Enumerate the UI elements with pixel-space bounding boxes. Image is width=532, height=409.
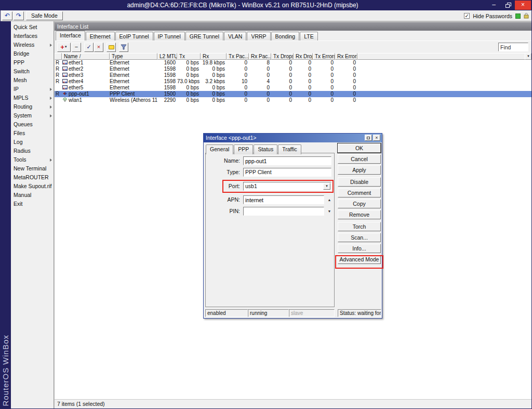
tab-ppp[interactable]: PPP [234,144,253,154]
find-input[interactable] [498,43,528,51]
table-row[interactable]: R ether2 Ethernet 1598 0 bps 0 bps 0 0 0… [55,66,531,72]
sidebar-item-tools[interactable]: Tools [11,155,54,164]
sidebar-menu: Quick Set Interfaces Wireless Bridge PPP… [11,21,54,408]
sidebar-item-exit[interactable]: Exit [11,200,54,208]
undo-button[interactable]: ↶ [2,11,12,20]
arrow-down-icon[interactable]: ▼ [326,208,332,215]
enable-button[interactable]: ✓ [84,43,94,52]
info-button[interactable]: Info... [338,244,381,253]
comment-button[interactable]: Comment [338,188,381,197]
advanced-mode-button[interactable]: Advanced Mode [338,255,381,264]
tab-gre-tunnel[interactable]: GRE Tunnel [185,32,223,41]
sidebar-item-mesh[interactable]: Mesh [11,76,54,85]
cancel-button[interactable]: Cancel [338,154,381,164]
sidebar-item-files[interactable]: Files [11,129,54,138]
pin-button[interactable] [365,135,372,141]
tab-bonding[interactable]: Bonding [271,32,300,41]
disable-button[interactable]: Disable [338,177,381,187]
pin-icon [367,137,370,139]
comment-button[interactable] [107,43,116,52]
column-name[interactable]: Name/ [62,53,110,60]
apn-field[interactable] [243,195,324,204]
tab-ethernet[interactable]: Ethernet [86,32,115,41]
column-tx[interactable]: Tx [177,53,201,60]
tab-lte[interactable]: LTE [300,32,317,41]
column-rx-packet[interactable]: Rx Pac... [249,53,271,60]
dialog-titlebar[interactable]: Interface <ppp-out1> × [204,134,382,142]
hide-passwords-checkbox[interactable]: ✓ [464,13,470,19]
table-row[interactable]: R ether4 Ethernet 1598 73.0 kbps 3.2 kbp… [55,78,531,85]
sidebar-item-wireless[interactable]: Wireless [11,41,54,49]
column-tx-errors[interactable]: Tx Errors [313,53,335,60]
main-toolbar: ↶ ↷ Safe Mode ✓ Hide Passwords [1,10,531,21]
table-row[interactable]: R ether1 Ethernet 1600 0 bps 19.8 kbps 0… [55,60,531,66]
port-combobox[interactable]: usb1 ▼ [243,182,331,191]
sidebar-item-quick-set[interactable]: Quick Set [11,23,54,32]
redo-button[interactable]: ↷ [14,11,24,20]
sidebar-item-ppp[interactable]: PPP [11,58,54,67]
table-row-selected[interactable]: R ppp-out1 PPP Client 1500 0 bps 0 bps 0… [55,91,531,97]
column-select-dropdown[interactable]: ▼ [525,53,531,60]
sidebar-item-radius[interactable]: Radius [11,147,54,155]
sidebar-item-make-supout[interactable]: Make Supout.rif [11,182,54,191]
ethernet-icon [62,60,68,66]
tab-vrrp[interactable]: VRRP [247,32,270,41]
column-l2mtu[interactable]: L2 MTU [157,53,177,60]
comment-note-icon [109,45,114,49]
name-field[interactable] [243,156,331,165]
close-button[interactable]: × [515,1,531,10]
column-rx-drops[interactable]: Rx Drops [294,53,313,60]
tab-interface[interactable]: Interface [56,31,85,41]
table-row[interactable]: ether5 Ethernet 1598 0 bps 0 bps 0 0 0 0… [55,85,531,91]
enabled-status: enabled [205,309,248,317]
sidebar-item-system[interactable]: System [11,111,54,120]
sidebar-item-manual[interactable]: Manual [11,191,54,200]
disable-button[interactable]: × [94,43,103,52]
column-tx-packet[interactable]: Tx Pac... [227,53,249,60]
torch-button[interactable]: Torch [338,222,381,231]
chevron-down-icon[interactable]: ▼ [323,183,330,190]
tab-vlan[interactable]: VLAN [224,32,246,41]
add-interface-button[interactable]: +▼ [57,43,71,52]
table-row[interactable]: R ether3 Ethernet 1598 0 bps 0 bps 0 0 0… [55,72,531,78]
ok-button[interactable]: OK [338,143,381,153]
filter-button[interactable] [119,43,128,52]
winbox-app-window: admin@D4:CA:6D:7E:F8:CB (MikroTik) - Win… [0,0,532,409]
sidebar-item-ip[interactable]: IP [11,85,54,94]
restore-button[interactable] [501,1,515,10]
sidebar-item-interfaces[interactable]: Interfaces [11,32,54,41]
remove-interface-button[interactable]: − [72,43,81,52]
tab-traffic[interactable]: Traffic [278,144,301,154]
pin-field[interactable] [243,207,324,216]
tab-ip-tunnel[interactable]: IP Tunnel [154,32,185,41]
column-rx-errors[interactable]: Rx Errors [335,53,357,60]
sidebar-item-queues[interactable]: Queues [11,120,54,129]
submenu-arrow-icon [50,114,52,117]
tab-eoip-tunnel[interactable]: EoIP Tunnel [115,32,153,41]
scan-button[interactable]: Scan... [338,233,381,242]
plus-icon: + [60,43,64,51]
arrow-up-icon[interactable]: ▲ [326,196,332,203]
copy-button[interactable]: Copy [338,199,381,208]
column-tx-drops[interactable]: Tx Drops [271,53,294,60]
sidebar-item-routing[interactable]: Routing [11,102,54,111]
apply-button[interactable]: Apply [338,165,381,175]
sidebar-item-metarouter[interactable]: MetaROUTER [11,173,54,182]
tab-status[interactable]: Status [254,144,277,154]
ethernet-icon [62,66,68,72]
sidebar-item-new-terminal[interactable]: New Terminal [11,164,54,173]
column-flag[interactable] [55,53,62,60]
minimize-button[interactable]: – [487,1,501,10]
sidebar-item-log[interactable]: Log [11,138,54,147]
sidebar-item-bridge[interactable]: Bridge [11,49,54,58]
dialog-close-button[interactable]: × [373,135,380,141]
safe-mode-button[interactable]: Safe Mode [26,11,63,20]
tab-general[interactable]: General [206,144,233,154]
sidebar-item-mpls[interactable]: MPLS [11,94,54,102]
column-rx[interactable]: Rx [201,53,227,60]
interface-list-titlebar[interactable]: Interface List [55,22,531,31]
column-type[interactable]: Type [110,53,157,60]
remove-button[interactable]: Remove [338,210,381,219]
sidebar-item-switch[interactable]: Switch [11,67,54,76]
table-row[interactable]: wlan1 Wireless (Atheros 11N) 2290 0 bps … [55,97,531,103]
